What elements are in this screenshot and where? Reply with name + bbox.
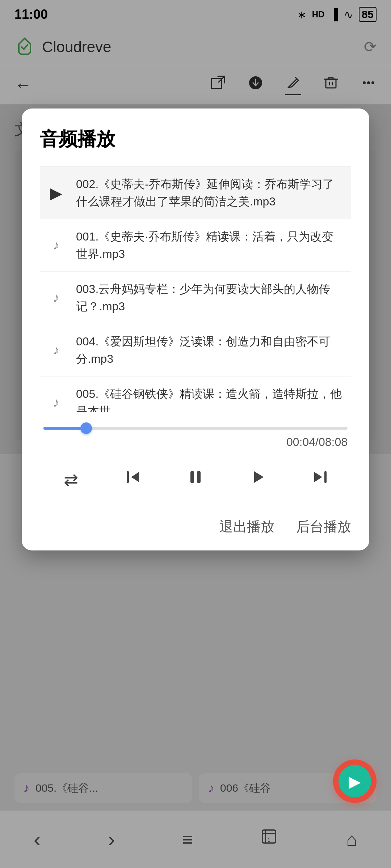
track-title: 001.《史蒂夫·乔布斯传》精读课：活着，只为改变世界.mp3 [76, 228, 344, 263]
repeat-button[interactable]: ⇄ [56, 469, 85, 490]
svg-rect-6 [127, 471, 129, 483]
background-play-button[interactable]: 后台播放 [296, 518, 351, 536]
dialog-footer: 退出播放 后台播放 [40, 510, 351, 536]
track-title: 002.《史蒂夫-乔布斯传》延伸阅读：乔布斯学习了什么课程才做出了苹果的简洁之美… [76, 175, 344, 210]
play-icon: ▶ [47, 184, 65, 202]
time-display: 00:04/08:08 [286, 435, 348, 449]
music-note-icon: ♪ [47, 238, 65, 253]
prev-button[interactable] [119, 467, 148, 492]
progress-track[interactable] [43, 427, 348, 430]
fab-button[interactable]: ▶ [333, 760, 377, 803]
fab-inner: ▶ [339, 765, 371, 797]
exit-playback-button[interactable]: 退出播放 [219, 518, 274, 536]
svg-rect-9 [324, 471, 327, 483]
playlist-item[interactable]: ♪ 004.《爱因斯坦传》泛读课：创造力和自由密不可分.mp3 [40, 324, 351, 376]
progress-fill [43, 427, 86, 430]
fab-play-icon: ▶ [349, 772, 361, 791]
playlist-item[interactable]: ♪ 001.《史蒂夫·乔布斯传》精读课：活着，只为改变世界.mp3 [40, 219, 351, 272]
playlist-item[interactable]: ♪ 003.云舟妈妈专栏：少年为何要读大部头的人物传记？.mp3 [40, 272, 351, 324]
dialog-title: 音频播放 [40, 127, 351, 152]
play-button[interactable] [243, 467, 272, 492]
progress-thumb[interactable] [80, 422, 92, 434]
pause-button[interactable] [181, 467, 210, 492]
music-note-icon: ♪ [47, 395, 65, 410]
svg-rect-7 [190, 471, 194, 483]
svg-rect-8 [197, 471, 201, 483]
music-note-icon: ♪ [47, 290, 65, 305]
audio-player-dialog: 音频播放 ▶ 002.《史蒂夫-乔布斯传》延伸阅读：乔布斯学习了什么课程才做出了… [22, 109, 369, 550]
playlist-item[interactable]: ▶ 002.《史蒂夫-乔布斯传》延伸阅读：乔布斯学习了什么课程才做出了苹果的简洁… [40, 167, 351, 219]
playback-controls: ⇄ [40, 460, 351, 499]
track-title: 005.《硅谷钢铁侠》精读课：造火箭，造特斯拉，他是本世 [76, 385, 344, 412]
next-button[interactable] [306, 467, 335, 492]
track-title: 004.《爱因斯坦传》泛读课：创造力和自由密不可分.mp3 [76, 333, 344, 367]
playlist-item[interactable]: ♪ 005.《硅谷钢铁侠》精读课：造火箭，造特斯拉，他是本世 [40, 376, 351, 412]
playlist: ▶ 002.《史蒂夫-乔布斯传》延伸阅读：乔布斯学习了什么课程才做出了苹果的简洁… [40, 166, 351, 412]
progress-time: 00:04/08:08 [43, 435, 348, 449]
track-title: 003.云舟妈妈专栏：少年为何要读大部头的人物传记？.mp3 [76, 280, 344, 315]
music-note-icon: ♪ [47, 342, 65, 358]
progress-section: 00:04/08:08 [40, 427, 351, 449]
